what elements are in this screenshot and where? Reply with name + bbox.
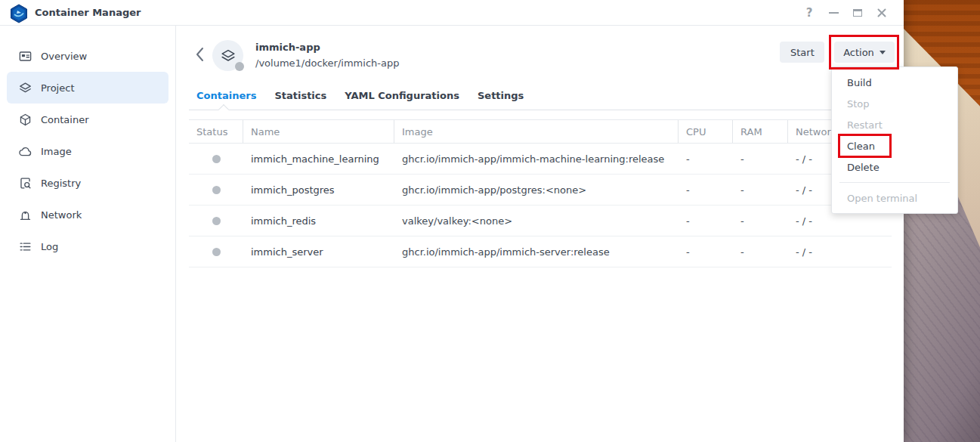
column-header-status[interactable]: Status [189, 120, 243, 143]
ram-cell: - [733, 206, 788, 236]
status-cell [189, 144, 243, 174]
status-cell [189, 236, 243, 267]
list-icon [18, 240, 32, 254]
tab-statistics[interactable]: Statistics [274, 87, 326, 104]
column-header-ram[interactable]: RAM [733, 120, 788, 143]
column-header-name[interactable]: Name [243, 120, 394, 143]
sidebar-item-container[interactable]: Container [7, 104, 168, 135]
table-row-immich_redis[interactable]: immich_redisvalkey/valkey:<none>--- / - [189, 206, 892, 236]
tab-yaml-configurations[interactable]: YAML Configurations [345, 87, 459, 104]
project-path: /volume1/docker/immich-app [255, 57, 399, 69]
name-cell: immich_machine_learning [243, 144, 394, 174]
ram-cell: - [733, 175, 788, 205]
sidebar-item-label: Registry [41, 178, 81, 189]
container-manager-logo-icon [10, 4, 28, 23]
sidebar-item-image[interactable]: Image [7, 135, 168, 167]
sidebar-item-overview[interactable]: Overview [7, 40, 168, 72]
menu-item-clean[interactable]: Clean [832, 135, 957, 156]
active-tab-notch [218, 104, 229, 115]
sidebar-item-label: Network [41, 209, 82, 221]
network-cell: - / - [788, 236, 892, 267]
help-icon[interactable]: ? [800, 4, 818, 22]
tab-bar: ContainersStatisticsYAML ConfigurationsS… [196, 87, 524, 104]
main-panel: immich-app /volume1/docker/immich-app St… [177, 26, 904, 442]
sidebar-item-registry[interactable]: Registry [7, 167, 168, 199]
ram-cell: - [733, 144, 788, 174]
status-dot-stopped [212, 186, 221, 194]
layers-icon [220, 48, 236, 64]
sidebar-item-network[interactable]: Network [7, 199, 168, 230]
tab-settings[interactable]: Settings [478, 87, 524, 104]
sidebar-item-label: Log [41, 241, 58, 252]
sidebar-item-label: Project [41, 82, 74, 94]
table-row-immich_machine_learning[interactable]: immich_machine_learningghcr.io/immich-ap… [189, 144, 892, 175]
minimize-icon[interactable] [824, 4, 842, 22]
image-cell: ghcr.io/immich-app/immich-server:release [394, 236, 679, 267]
tab-divider [189, 110, 892, 110]
ram-cell: - [733, 236, 788, 267]
table-row-immich_postgres[interactable]: immich_postgresghcr.io/immich-app/postgr… [189, 175, 892, 206]
menu-item-delete[interactable]: Delete [832, 156, 957, 178]
tab-containers[interactable]: Containers [196, 87, 256, 104]
cpu-cell: - [679, 144, 733, 174]
action-dropdown-menu: BuildStopRestartCleanDeleteOpen terminal [831, 66, 958, 214]
menu-item-open-terminal: Open terminal [832, 187, 957, 209]
sidebar-item-project[interactable]: Project [7, 72, 168, 104]
registry-search-icon [18, 176, 32, 190]
action-button[interactable]: Action [834, 42, 895, 63]
project-status-dot [235, 62, 244, 71]
project-name: immich-app [255, 42, 320, 53]
status-cell [189, 175, 243, 205]
table-header: StatusNameImageCPURAMNetwork [189, 119, 892, 144]
project-avatar [212, 40, 243, 71]
cube-icon [18, 113, 32, 127]
action-button-label: Action [843, 47, 874, 58]
maximize-icon[interactable] [849, 4, 867, 22]
name-cell: immich_server [243, 236, 394, 267]
start-button[interactable]: Start [780, 42, 824, 63]
cpu-cell: - [679, 236, 733, 267]
containers-table: StatusNameImageCPURAMNetwork immich_mach… [189, 119, 892, 267]
container-manager-window: Container Manager ? OverviewProjectConta… [0, 0, 904, 442]
column-header-cpu[interactable]: CPU [679, 120, 733, 143]
menu-item-stop: Stop [832, 93, 957, 114]
table-body: immich_machine_learningghcr.io/immich-ap… [189, 144, 892, 267]
cloud-icon [18, 144, 32, 159]
image-cell: ghcr.io/immich-app/immich-machine-learni… [394, 144, 679, 174]
network-icon [18, 208, 32, 222]
menu-item-restart: Restart [832, 114, 957, 135]
app-title: Container Manager [35, 7, 141, 18]
titlebar: Container Manager ? [0, 0, 904, 26]
status-cell [189, 206, 243, 236]
menu-item-build[interactable]: Build [832, 72, 957, 93]
name-cell: immich_postgres [243, 175, 394, 205]
name-cell: immich_redis [243, 206, 394, 236]
cpu-cell: - [679, 206, 733, 236]
image-cell: valkey/valkey:<none> [394, 206, 679, 236]
layers-icon [18, 81, 32, 95]
sidebar-item-label: Image [41, 146, 72, 157]
table-row-immich_server[interactable]: immich_serverghcr.io/immich-app/immich-s… [189, 236, 892, 267]
cpu-cell: - [679, 175, 733, 205]
close-icon[interactable] [873, 4, 891, 22]
menu-divider [839, 182, 950, 183]
chevron-down-icon [880, 51, 886, 54]
sidebar-item-log[interactable]: Log [7, 230, 168, 262]
sidebar-item-label: Container [41, 114, 89, 125]
sidebar: OverviewProjectContainerImageRegistryNet… [0, 26, 176, 442]
status-dot-stopped [212, 217, 221, 225]
status-dot-stopped [212, 155, 221, 163]
image-cell: ghcr.io/immich-app/postgres:<none> [394, 175, 679, 205]
back-button[interactable] [193, 46, 207, 63]
sidebar-item-label: Overview [41, 51, 87, 62]
column-header-image[interactable]: Image [394, 120, 679, 143]
status-dot-stopped [212, 248, 221, 256]
overview-icon [18, 49, 32, 63]
